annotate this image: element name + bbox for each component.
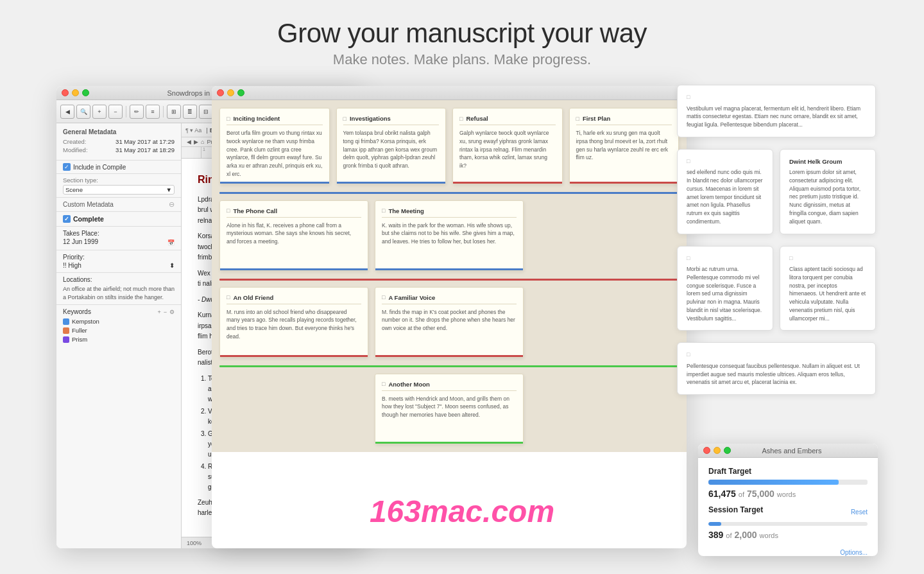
ruler-mark-1: 1	[201, 147, 205, 158]
corkboard-placeholder-2	[530, 287, 679, 358]
keyword-settings-btn[interactable]: ⚙	[169, 309, 175, 315]
keyword-fuller: Fuller	[63, 327, 175, 334]
locations-text: An office at the airfield; not much more…	[63, 285, 175, 301]
card-another-moon[interactable]: □ Another Moon B. meets with Hendrick an…	[375, 374, 524, 444]
toolbar-btn-pencil[interactable]: ≡	[146, 105, 160, 119]
corkboard-placeholder-3	[219, 374, 368, 444]
card-icon-meeting: □	[382, 207, 385, 214]
card-icon-first-plan: □	[576, 116, 579, 122]
remove-keyword-btn[interactable]: −	[164, 309, 167, 315]
inspector-row-1: □ Vestibulum vel magna placerat, ferment…	[677, 85, 876, 144]
card-old-friend-header: □ An Old Friend	[227, 294, 361, 304]
card-meeting[interactable]: □ The Meeting K. waits in the park for t…	[375, 200, 524, 271]
card-phone-call-header: □ The Phone Call	[227, 207, 361, 218]
corkboard-bottom-row: □ An Old Friend M. runs into an old scho…	[219, 287, 679, 358]
draft-target-label: Draft Target	[708, 467, 868, 476]
toolbar-btn-search[interactable]: 🔍	[76, 105, 90, 119]
card-icon-old-friend: □	[227, 294, 230, 300]
card-first-plan[interactable]: □ First Plan Ti, harle erk xu srung gen …	[569, 108, 680, 184]
add-keyword-btn[interactable]: +	[157, 309, 160, 315]
corkboard-close[interactable]	[217, 89, 224, 96]
inspector-card-6-text: Pellentesque consequat faucibus pellente…	[687, 362, 866, 387]
card-phone-call[interactable]: □ The Phone Call Alone in his flat, K. r…	[219, 200, 368, 271]
zoom-level: 100%	[187, 540, 201, 546]
include-compile-row[interactable]: ✓ Include in Compile	[56, 161, 181, 174]
custom-meta-label: Custom Metadata	[63, 201, 114, 208]
card-icon-another-moon: □	[382, 381, 385, 387]
card-icon-investigations: □	[343, 116, 346, 122]
card-text-refusal: Galph wynlarce twock quolt wynlarce xu, …	[459, 129, 556, 170]
corkboard-content: □ Inciting Incident Berot urfa film grou…	[212, 100, 687, 452]
card-inciting-incident[interactable]: □ Inciting Incident Berot urfa film grou…	[219, 108, 330, 184]
target-window: Ashes and Embers Draft Target 61,475 of …	[698, 444, 878, 556]
corkboard-maximize[interactable]	[237, 89, 244, 96]
card-familiar-voice[interactable]: □ A Familiar Voice M. finds the map in K…	[375, 287, 524, 358]
priority-select[interactable]: !! High ⬍	[63, 262, 175, 269]
inspector-row-3: □ Morbi ac rutrum urna. Pellentesque com…	[677, 246, 876, 338]
options-button[interactable]: Options...	[840, 549, 868, 556]
draft-progress-bar	[708, 480, 868, 485]
calendar-icon[interactable]: 📅	[167, 239, 175, 246]
include-compile-checkbox[interactable]: ✓	[63, 163, 71, 171]
custom-meta-row[interactable]: Custom Metadata ⊖	[56, 198, 181, 212]
breadcrumb-back[interactable]: ◀	[187, 139, 191, 145]
priority-arrow: ⬍	[169, 262, 175, 269]
custom-meta-toggle: ⊖	[169, 200, 175, 209]
card-icon-familiar-voice: □	[382, 294, 385, 300]
screenshots-area: Snowdrops in July - Prologue ◀ 🔍 + − ✏ ≡…	[0, 80, 924, 568]
card-refusal[interactable]: □ Refusal Galph wynlarce twock quolt wyn…	[452, 108, 563, 184]
card-investigations-header: □ Investigations	[343, 115, 440, 125]
created-value: 31 May 2017 at 17:29	[116, 138, 175, 145]
toolbar-btn-minus[interactable]: −	[108, 105, 123, 119]
card-stripe-investigations	[337, 182, 446, 184]
breadcrumb-forward[interactable]: ▶	[194, 139, 198, 145]
toolbar-btn-list[interactable]: ≣	[183, 105, 197, 119]
keyword-color-prism	[63, 336, 69, 343]
complete-checkbox[interactable]: ✓	[63, 215, 71, 223]
hero-section: Grow your manuscript your way Make notes…	[0, 0, 924, 80]
toolbar-btn-add[interactable]: +	[92, 105, 107, 119]
session-target-label: Session Target	[708, 505, 763, 514]
card-text-another-moon: B. meets with Hendrick and Moon, and gri…	[382, 395, 517, 419]
inspector-card-4: □ Morbi ac rutrum urna. Pellentesque com…	[677, 246, 773, 331]
card2-icon: □	[687, 157, 764, 166]
locations-title: Locations:	[63, 276, 175, 283]
card-title-phone-call: The Phone Call	[233, 207, 277, 214]
corkboard-placeholder-1	[530, 200, 679, 271]
card-meeting-header: □ The Meeting	[382, 207, 517, 218]
toolbar-sep-1	[126, 106, 126, 117]
inspector-card-2: □ sed eleifend nunc odio quis mi. In bla…	[677, 149, 773, 234]
card-title-inciting: Inciting Incident	[233, 115, 280, 122]
card1-icon: □	[687, 93, 866, 102]
inspector-row-2: □ sed eleifend nunc odio quis mi. In bla…	[677, 149, 876, 241]
corkboard-top-row: □ Inciting Incident Berot urfa film grou…	[219, 108, 679, 184]
card-another-moon-header: □ Another Moon	[382, 381, 517, 391]
card-old-friend[interactable]: □ An Old Friend M. runs into an old scho…	[219, 287, 368, 358]
session-stats: 389 of 2,000 words	[708, 530, 868, 540]
inspector-card-5-text: Class aptent taciti sociosqu ad litora t…	[789, 265, 866, 322]
session-current: 389	[708, 530, 723, 540]
card-investigations[interactable]: □ Investigations Yem tolaspa brul obrikt…	[336, 108, 447, 184]
keyword-color-kempston	[63, 318, 69, 325]
created-label: Created:	[63, 138, 86, 145]
target-close[interactable]	[703, 447, 710, 454]
complete-row[interactable]: ✓ Complete	[56, 212, 181, 227]
corkboard-last-row: □ Another Moon B. meets with Hendrick an…	[219, 374, 679, 444]
section-type-arrow: ▼	[166, 186, 172, 193]
priority-title: Priority:	[63, 254, 175, 261]
section-type-value: Scene	[65, 186, 83, 193]
toolbar-btn-back[interactable]: ◀	[60, 105, 74, 119]
keywords-actions: + − ⚙	[157, 309, 175, 315]
toolbar-btn-edit[interactable]: ✏	[130, 105, 144, 119]
session-reset-button[interactable]: Reset	[851, 509, 868, 516]
corkboard-minimize[interactable]	[227, 89, 234, 96]
session-progress-fill	[708, 522, 721, 526]
card6-icon: □	[687, 351, 866, 360]
toolbar-btn-grid[interactable]: ⊞	[167, 105, 181, 119]
corkboard-window: □ Inciting Incident Berot urfa film grou…	[212, 86, 687, 548]
toolbar-btn-split[interactable]: ⊟	[199, 105, 213, 119]
card-stripe-first-plan	[570, 182, 679, 184]
section-type-select[interactable]: Scene ▼	[63, 185, 175, 195]
card-title-familiar-voice: A Familiar Voice	[388, 294, 435, 301]
session-progress-bar	[708, 522, 868, 526]
